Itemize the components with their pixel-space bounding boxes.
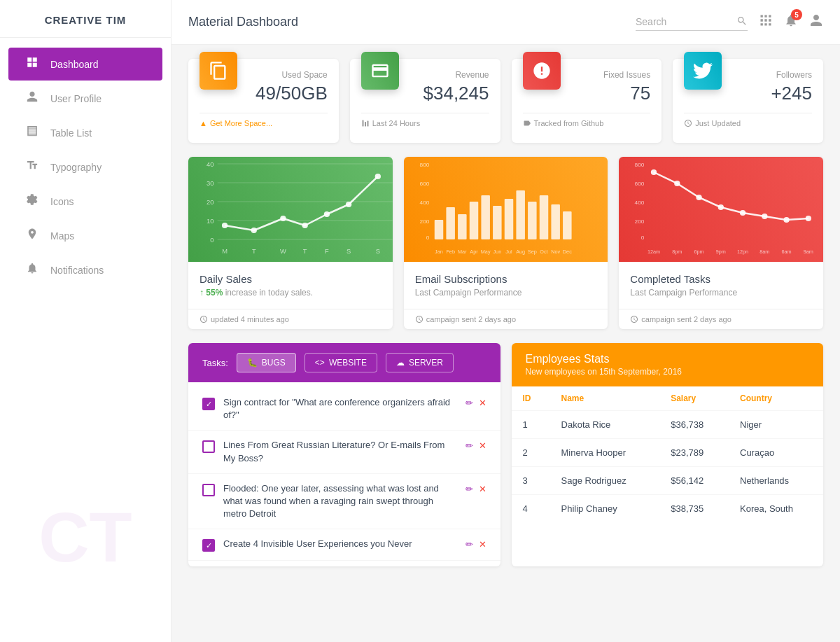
task-edit-2[interactable]: ✏ [465,440,473,451]
cell-name: Minerva Hooper [550,439,660,467]
revenue-footer-text: Last 24 Hours [372,119,420,127]
svg-rect-5 [367,121,368,127]
svg-text:400: 400 [419,200,429,206]
svg-text:6pm: 6pm [694,249,704,255]
sidebar-item-user-profile-label: User Profile [50,93,102,104]
svg-point-64 [651,169,657,175]
svg-point-21 [346,202,351,207]
grid-icon[interactable] [759,13,773,31]
up-icon: ↑ 55% [200,288,223,298]
task-edit-3[interactable]: ✏ [465,484,473,494]
get-more-space-link[interactable]: Get More Space... [210,119,272,127]
svg-point-18 [280,216,286,221]
svg-rect-46 [563,211,572,239]
svg-text:600: 600 [419,181,429,187]
task-edit-4[interactable]: ✏ [465,539,473,550]
sidebar-item-maps[interactable]: Maps [8,219,162,252]
task-delete-2[interactable]: ✕ [479,440,486,451]
task-edit-1[interactable]: ✏ [465,398,473,408]
sidebar-item-typography[interactable]: Typography [8,151,162,183]
svg-text:40: 40 [206,161,214,168]
svg-text:200: 200 [635,218,645,225]
bugs-tab[interactable]: 🐛 BUGS [237,353,296,372]
sidebar-item-icons-label: Icons [50,196,74,207]
completed-tasks-title: Completed Tasks [630,273,812,285]
svg-text:6am: 6am [782,249,792,255]
svg-text:Oct: Oct [540,249,547,255]
tracked-text: Tracked from Github [534,119,604,127]
daily-sales-chart: 40 30 20 10 0 [188,157,393,262]
website-tab-label: WEBSITE [329,358,367,368]
stat-card-revenue: Revenue $34,245 Last 24 Hours [350,59,500,143]
svg-rect-3 [362,120,363,127]
sidebar-item-dashboard[interactable]: Dashboard [8,48,162,81]
notifications-nav-icon [25,262,39,278]
sidebar-nav: Dashboard User Profile Table List Typogr… [0,46,171,288]
email-subscriptions-footer-text: campaign sent 2 days ago [426,315,516,323]
sidebar-watermark: CT [0,502,171,642]
svg-text:9pm: 9pm [716,249,726,255]
svg-rect-44 [539,195,548,239]
task-delete-1[interactable]: ✕ [479,398,486,408]
tasks-list: Sign contract for "What are conference o… [188,382,500,566]
header-right: 5 [636,13,823,31]
svg-text:10: 10 [206,218,214,225]
cell-name: Philip Chaney [550,495,660,523]
sidebar-item-table-list[interactable]: Table List [8,116,162,149]
svg-text:12am: 12am [648,249,660,255]
cell-id: 1 [512,411,550,439]
search-input[interactable] [636,13,748,31]
email-subscriptions-card: 800 600 400 200 0 [404,157,608,329]
email-subscriptions-title: Email Subscriptions [415,273,597,285]
svg-text:Dec: Dec [563,249,572,255]
task-checkbox-1[interactable] [202,398,215,410]
stat-card-used-space: Used Space 49/50GB ▲ Get More Space... [188,59,339,143]
dashboard-content: Used Space 49/50GB ▲ Get More Space... R… [172,45,840,642]
used-space-icon [200,52,237,90]
cell-name: Dakota Rice [550,411,660,439]
task-delete-3[interactable]: ✕ [479,484,486,494]
task-checkbox-3[interactable] [202,484,215,496]
task-actions-2: ✏ ✕ [465,440,486,451]
svg-text:Sep: Sep [528,249,537,255]
employees-title: Employees Stats [526,353,810,365]
svg-text:400: 400 [635,200,645,206]
cell-id: 4 [512,495,550,523]
sidebar-item-icons[interactable]: Icons [8,185,162,218]
daily-sales-footer-text: updated 4 minutes ago [211,315,289,323]
main-content: Material Dashboard 5 [172,0,840,642]
email-subscriptions-footer: campaign sent 2 days ago [404,309,608,329]
svg-rect-39 [481,195,490,239]
task-text-2: Lines From Great Russian Literature? Or … [223,439,457,464]
svg-text:S: S [346,248,351,255]
employees-subtitle: New employees on 15th September, 2016 [526,367,810,377]
daily-sales-footer: updated 4 minutes ago [188,309,393,329]
server-tab[interactable]: ☁ SERVER [386,353,454,372]
page-title: Material Dashboard [188,15,298,29]
fixed-issues-footer: Tracked from Github [523,113,651,127]
svg-text:T: T [303,248,307,255]
notifications-icon[interactable]: 5 [784,13,798,31]
task-checkbox-4[interactable] [202,539,215,552]
fixed-issues-icon [523,52,561,90]
svg-point-65 [674,181,680,186]
sidebar-item-user-profile[interactable]: User Profile [8,82,162,115]
website-tab[interactable]: <> WEBSITE [304,353,377,372]
svg-text:Feb: Feb [446,249,455,255]
svg-rect-37 [458,214,467,239]
account-icon[interactable] [809,13,823,31]
task-item: Lines From Great Russian Literature? Or … [188,431,500,473]
svg-text:8am: 8am [760,249,770,255]
svg-text:800: 800 [635,162,645,168]
task-item: Create 4 Invisible User Experiences you … [188,529,500,561]
sidebar-item-notifications[interactable]: Notifications [8,253,162,286]
task-delete-4[interactable]: ✕ [479,539,486,550]
table-row: 1 Dakota Rice $36,738 Niger [512,411,824,439]
sidebar: CREATIVE TIM Dashboard User Profile Tabl… [0,0,172,642]
svg-point-71 [806,216,811,221]
svg-point-69 [762,214,767,219]
revenue-footer: Last 24 Hours [361,113,489,127]
svg-text:200: 200 [419,218,429,225]
task-checkbox-2[interactable] [202,440,215,453]
svg-text:T: T [252,248,256,255]
